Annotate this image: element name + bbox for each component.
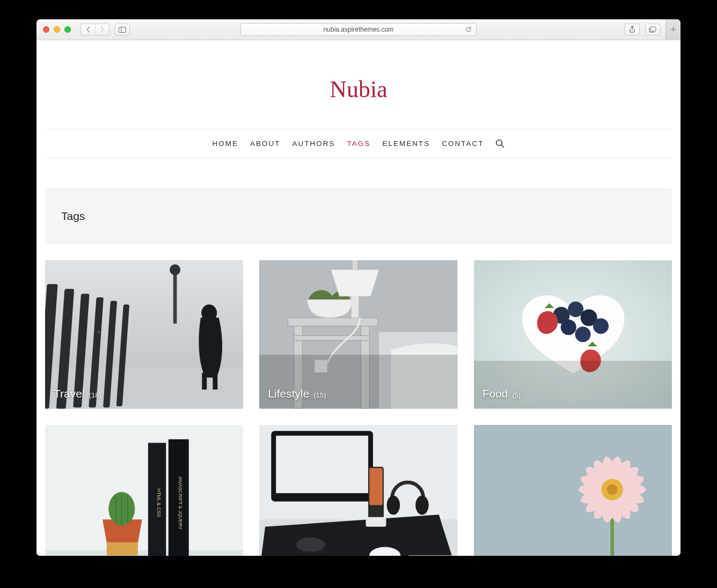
tag-card[interactable] [474,425,672,556]
svg-line-4 [501,145,504,148]
address-bar[interactable]: nubia.aspirethemes.com [240,23,477,36]
nav-tags[interactable]: TAGS [347,139,371,148]
svg-point-41 [575,327,590,342]
tag-card-lifestyle[interactable]: Lifestyle (15) [259,260,457,409]
traffic-lights [43,26,71,33]
tag-card-travel[interactable]: Travel (18) [45,260,243,409]
svg-point-18 [69,277,70,278]
tag-card[interactable]: HTML & CSS JAVASCRIPT & JQUERY [45,425,243,556]
search-icon[interactable] [495,139,504,148]
svg-rect-13 [173,270,177,324]
svg-point-19 [116,295,118,296]
svg-rect-17 [213,373,217,389]
svg-point-20 [164,284,165,285]
tags-grid: Travel (18) [45,260,672,556]
page-viewport[interactable]: Nubia HOME ABOUT AUTHORS TAGS ELEMENTS C… [36,40,681,556]
svg-rect-44 [45,550,243,556]
tag-label: Travel (18) [54,387,101,400]
tag-label: Lifestyle (15) [268,387,326,400]
nav-home[interactable]: HOME [213,139,239,148]
svg-rect-43 [45,425,243,556]
svg-point-23 [194,343,195,344]
nav-contact[interactable]: CONTACT [442,139,484,148]
tag-count: (18) [89,391,101,399]
new-tab-button[interactable]: + [665,19,681,40]
svg-point-78 [606,484,617,495]
back-button[interactable] [81,24,95,35]
tag-count: (5) [513,391,521,399]
svg-text:JAVASCRIPT & JQUERY: JAVASCRIPT & JQUERY [178,476,183,530]
svg-point-39 [593,318,609,334]
maximize-window-button[interactable] [64,26,71,33]
svg-rect-57 [276,436,369,493]
close-window-button[interactable] [43,26,49,33]
svg-rect-2 [650,27,656,31]
tag-card[interactable] [259,425,457,556]
safari-window: nubia.aspirethemes.com + Nubia HOME ABOU… [36,19,681,556]
forward-button[interactable] [95,24,109,35]
svg-rect-42 [474,361,672,408]
svg-point-40 [560,319,576,335]
tag-label: Food (5) [482,387,521,400]
tag-card-food[interactable]: Food (5) [474,260,672,409]
svg-point-61 [387,495,400,514]
page-title: Tags [61,210,656,223]
svg-rect-34 [259,355,457,408]
svg-point-62 [416,495,429,514]
main-nav: HOME ABOUT AUTHORS TAGS ELEMENTS CONTACT [45,129,672,158]
svg-point-64 [297,537,326,552]
svg-point-14 [170,264,180,275]
svg-point-22 [98,332,99,333]
tabs-button[interactable] [645,24,660,35]
navigation-arrows [81,24,109,35]
svg-rect-31 [353,260,357,270]
site-title[interactable]: Nubia [36,76,681,103]
svg-rect-60 [366,517,386,527]
svg-rect-27 [288,318,378,326]
svg-rect-30 [294,336,370,341]
reload-icon[interactable] [465,26,472,33]
sidebar-toggle-button[interactable] [115,24,130,35]
tag-name: Lifestyle [268,387,309,400]
svg-rect-32 [352,296,359,318]
svg-rect-67 [610,514,614,556]
share-button[interactable] [625,24,640,35]
tag-name: Travel [54,387,85,400]
tag-count: (15) [313,391,326,399]
svg-point-21 [224,302,225,303]
tag-name: Food [482,387,508,400]
nav-authors[interactable]: AUTHORS [292,139,335,148]
titlebar-right: + [625,24,674,35]
svg-rect-0 [119,27,126,32]
url-text: nubia.aspirethemes.com [324,26,394,33]
nav-about[interactable]: ABOUT [250,139,281,148]
page-header: Tags [45,188,672,244]
nav-elements[interactable]: ELEMENTS [382,139,430,148]
svg-rect-59 [370,468,383,505]
svg-rect-16 [202,373,207,389]
svg-rect-49 [107,542,138,555]
browser-titlebar: nubia.aspirethemes.com + [36,19,681,40]
svg-text:HTML & CSS: HTML & CSS [156,488,162,517]
minimize-window-button[interactable] [54,26,60,33]
